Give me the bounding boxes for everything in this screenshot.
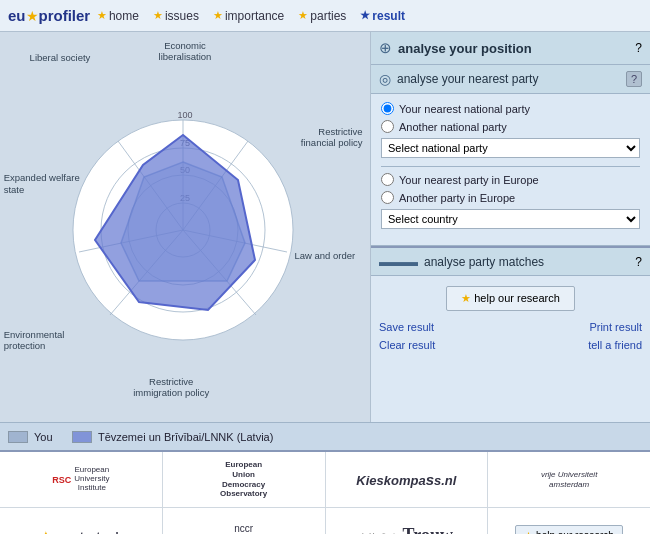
radio-nearest-national: Your nearest national party	[381, 102, 640, 115]
matches-help[interactable]: ?	[635, 255, 642, 269]
trouw-logo: Trouw	[403, 525, 453, 534]
nav-home-label: home	[109, 9, 139, 23]
action-row-1: Save result Print result	[371, 321, 650, 339]
logo-profiler-text: profiler	[39, 7, 91, 24]
sponsor-row-2: ✦ smartvote.ch nccrdemocracy 21@ de Verd…	[0, 508, 650, 534]
analyse-nearest-help[interactable]: ?	[626, 71, 642, 87]
matches-title: analyse party matches	[424, 255, 635, 269]
nav-star-parties: ★	[298, 9, 308, 22]
radio-nearest-national-label: Your nearest national party	[399, 103, 530, 115]
move-icon: ⊕	[379, 39, 392, 57]
analyse-nearest-section: ◎ analyse your nearest party ? Your near…	[371, 65, 650, 246]
analyse-position-help[interactable]: ?	[635, 41, 642, 55]
save-result-link[interactable]: Save result	[379, 321, 434, 333]
help-research-star: ★	[461, 292, 474, 304]
nav-issues[interactable]: ★ issues	[153, 9, 199, 23]
sponsors-area: RSC EuropeanUniversityInstitute European…	[0, 450, 650, 534]
legend-you-box	[8, 431, 28, 443]
nav-star-result: ★	[360, 9, 370, 22]
radio-nearest-europe: Your nearest party in Europe	[381, 173, 640, 186]
logo-eu-text: eu	[8, 7, 26, 24]
radio-another-national-label: Another national party	[399, 121, 507, 133]
select-national-row: Select national party	[381, 138, 640, 158]
nav-result-label: result	[372, 9, 405, 23]
legend: You Tēvzemei un Brīvībai/LNNK (Latvia)	[0, 422, 650, 450]
help-research-label: help our research	[474, 292, 560, 304]
header: eu ★ profiler ★ home ★ issues ★ importan…	[0, 0, 650, 32]
nav-star-issues: ★	[153, 9, 163, 22]
nav-importance-label: importance	[225, 9, 284, 23]
sponsor-kieskompass[interactable]: Kieskompass.nl	[326, 452, 489, 507]
radio-another-national-input[interactable]	[381, 120, 394, 133]
sponsor-vu-text: vrije Universiteitamsterdam	[541, 470, 597, 489]
nav-parties[interactable]: ★ parties	[298, 9, 346, 23]
tell-friend-link[interactable]: tell a friend	[588, 339, 642, 351]
analyse-nearest-title: analyse your nearest party	[397, 72, 626, 86]
sponsor-help-btn[interactable]: ★ help our research	[515, 525, 623, 534]
radio-nearest-national-input[interactable]	[381, 102, 394, 115]
chart-area: Economicliberalisation Restrictivefinanc…	[0, 32, 370, 422]
sponsor-eui-text: EuropeanUniversityInstitute	[74, 466, 109, 492]
logo-star-icon: ★	[26, 8, 39, 24]
legend-you-label: You	[34, 431, 53, 443]
nav-issues-label: issues	[165, 9, 199, 23]
right-panel: ⊕ analyse your position ? ◎ analyse your…	[370, 32, 650, 422]
legend-party-box	[72, 431, 92, 443]
bars-icon: ▬▬▬	[379, 254, 418, 269]
sponsor-eudo[interactable]: EuropeanUnionDemocracyObservatory	[163, 452, 326, 507]
axis-label-law: Law and order	[294, 250, 355, 261]
sponsor-star-icon: ★	[524, 530, 536, 534]
nav-importance[interactable]: ★ importance	[213, 9, 284, 23]
nav-star-home: ★	[97, 9, 107, 22]
sponsor-help-research[interactable]: ★ help our research	[488, 508, 650, 534]
sponsor-eudo-text: EuropeanUnionDemocracyObservatory	[220, 460, 267, 498]
radio-nearest-europe-label: Your nearest party in Europe	[399, 174, 539, 186]
legend-party-label: Tēvzemei un Brīvībai/LNNK (Latvia)	[98, 431, 273, 443]
axis-label-liberal: Liberal society	[30, 52, 91, 63]
radio-nearest-europe-input[interactable]	[381, 173, 394, 186]
matches-section: ▬▬▬ analyse party matches ? ★ help our r…	[371, 246, 650, 422]
nav-star-importance: ★	[213, 9, 223, 22]
select-national-party[interactable]: Select national party	[381, 138, 640, 158]
axis-label-immigration: Restrictiveimmigration policy	[133, 376, 209, 399]
clear-result-link[interactable]: Clear result	[379, 339, 435, 351]
sponsor-nccr[interactable]: nccrdemocracy 21@	[163, 508, 326, 534]
select-country-row: Select country	[381, 209, 640, 229]
axis-label-financial: Restrictivefinancial policy	[301, 126, 363, 149]
divider-1	[381, 166, 640, 167]
sponsor-trouw[interactable]: de Verdieping Trouw	[326, 508, 489, 534]
sponsor-rsc-logo: RSC	[52, 475, 71, 485]
analyse-nearest-body: Your nearest national party Another nati…	[371, 94, 650, 245]
smartvote-label: smartvote.ch	[54, 530, 122, 535]
sponsor-row-1: RSC EuropeanUniversityInstitute European…	[0, 452, 650, 508]
nav-result[interactable]: ★ result	[360, 9, 405, 23]
logo: eu ★ profiler	[8, 7, 90, 24]
analyse-nearest-header[interactable]: ◎ analyse your nearest party ?	[371, 65, 650, 94]
axis-label-environment: Environmentalprotection	[4, 329, 65, 352]
help-research-button[interactable]: ★ help our research	[446, 286, 575, 311]
analyse-position-section[interactable]: ⊕ analyse your position ?	[371, 32, 650, 65]
smartvote-star-icon: ✦	[40, 528, 52, 535]
sponsor-help-label: help our research	[536, 530, 614, 534]
svg-text:100: 100	[177, 110, 192, 120]
matches-header: ▬▬▬ analyse party matches ?	[371, 246, 650, 276]
radar-chart: 100 75 50 25	[35, 72, 335, 382]
radio-another-europe-input[interactable]	[381, 191, 394, 204]
kieskompass-logo: Kieskompass.nl	[356, 471, 456, 488]
radio-another-national: Another national party	[381, 120, 640, 133]
nccr-label: nccrdemocracy 21@	[206, 523, 281, 534]
nav-parties-label: parties	[310, 9, 346, 23]
nav-home[interactable]: ★ home	[97, 9, 139, 23]
sponsor-rsc[interactable]: RSC EuropeanUniversityInstitute	[0, 452, 163, 507]
axis-label-welfare: Expanded welfarestate	[4, 172, 80, 195]
globe-icon: ◎	[379, 71, 391, 87]
radio-another-europe-label: Another party in Europe	[399, 192, 515, 204]
print-result-link[interactable]: Print result	[589, 321, 642, 333]
main-content: Economicliberalisation Restrictivefinanc…	[0, 32, 650, 422]
sponsor-vu[interactable]: vrije Universiteitamsterdam	[488, 452, 650, 507]
action-row-2: Clear result tell a friend	[371, 339, 650, 357]
select-country[interactable]: Select country	[381, 209, 640, 229]
sponsor-smartvote[interactable]: ✦ smartvote.ch	[0, 508, 163, 534]
analyse-position-title: analyse your position	[398, 41, 635, 56]
radio-another-europe: Another party in Europe	[381, 191, 640, 204]
